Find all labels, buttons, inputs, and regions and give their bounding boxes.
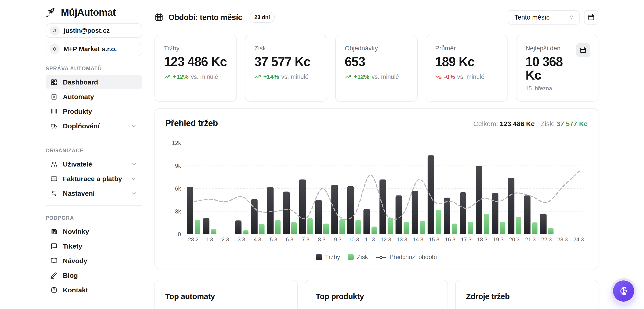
bar-zisk-14.3. <box>420 221 425 234</box>
sidebar-item-nastaveni[interactable]: Nastavení <box>46 186 142 201</box>
trending-up-icon <box>345 74 352 80</box>
bar-zisk-15.3. <box>436 210 441 234</box>
legend-item-predchozi: Předchozí období <box>376 254 437 261</box>
card-title: Top produkty <box>316 292 438 301</box>
y-axis-tick: 3k <box>175 208 181 215</box>
bar-zisk-10.3. <box>356 220 361 234</box>
bar-zisk-12.3. <box>388 218 393 234</box>
bar-zisk-13.3. <box>404 222 409 234</box>
main-header: Období: tento měsíc 23 dní Tento měsíc <box>154 10 598 25</box>
bar-zisk-28.2. <box>195 220 200 234</box>
best-day-date: 15. března <box>526 85 589 92</box>
y-axis-tick: 0 <box>178 231 181 237</box>
bar-zisk-11.3. <box>372 226 377 234</box>
sidebar-item-label: Tikety <box>63 242 137 250</box>
trend-suffix: vs. minulé <box>191 74 218 81</box>
sidebar-item-uzivatele[interactable]: Uživatelé <box>46 157 142 171</box>
bar-zisk-4.3. <box>259 224 264 234</box>
bottom-cards-row: Top automaty Top produkty Zdroje tržeb <box>154 280 598 309</box>
sidebar-item-novinky[interactable]: Novinky <box>46 224 142 239</box>
rocket-logo-icon <box>46 7 57 18</box>
sidebar-item-navody[interactable]: Návody <box>46 253 142 268</box>
bar-zisk-16.3. <box>452 224 457 234</box>
dashboard-grid-icon <box>50 79 58 86</box>
x-axis-tick: 17.3. <box>461 236 473 242</box>
sliders-icon <box>50 190 58 197</box>
best-day-calendar-chip <box>576 43 590 57</box>
trending-up-icon <box>254 74 261 80</box>
card-title: Zdroje tržeb <box>466 292 588 301</box>
ai-assistant-fab[interactable] <box>613 280 634 301</box>
revenue-chart-plot[interactable]: 03k6k9k12k28.2.1.3.2.3.3.3.4.3.5.3.6.3.7… <box>155 109 599 252</box>
trend-suffix: vs. minulé <box>281 74 308 81</box>
zdroje-trzeb-card: Zdroje tržeb <box>455 280 598 309</box>
sidebar-item-produkty[interactable]: Produkty <box>46 104 142 119</box>
x-axis-tick: 11.3. <box>365 236 376 242</box>
truck-icon <box>50 123 58 129</box>
stat-card-zisk: Zisk 37 577 Kc +14% vs. minulé <box>245 35 328 102</box>
bar-trzby-20.3. <box>508 178 514 234</box>
sidebar-item-doplnovani[interactable]: Doplňování <box>46 119 142 133</box>
bar-trzby-8.3. <box>315 200 322 234</box>
bar-trzby-10.3. <box>347 186 354 234</box>
bar-zisk-9.3. <box>340 219 345 234</box>
line-marker-icon <box>376 255 386 259</box>
sidebar-item-fakturace[interactable]: Fakturace a platby <box>46 171 142 186</box>
period-range-select[interactable]: Tento měsíc <box>508 10 580 25</box>
stat-label: Objednávky <box>345 45 408 52</box>
sidebar-item-blog[interactable]: Blog <box>46 268 142 283</box>
trend-percent: +12% <box>173 74 188 81</box>
bar-trzby-28.2. <box>187 187 193 234</box>
bar-trzby-4.3. <box>251 199 258 234</box>
bar-zisk-17.3. <box>468 222 473 234</box>
calendar-picker-button[interactable] <box>584 10 598 25</box>
x-axis-tick: 3.3. <box>238 236 246 242</box>
sidebar-item-kontakt[interactable]: Kontakt <box>46 283 142 297</box>
stat-card-objednavky: Objednávky 653 +12% vs. minulé <box>335 35 418 102</box>
legend-label: Zisk <box>357 254 368 261</box>
period-range-value: Tento měsíc <box>514 14 568 21</box>
sidebar-item-label: Automaty <box>63 93 137 101</box>
sidebar-item-dashboard[interactable]: Dashboard <box>46 75 142 89</box>
top-produkty-card: Top produkty <box>305 280 448 309</box>
sidebar-item-tikety[interactable]: Tikety <box>46 239 142 253</box>
stat-trend: -0% vs. minulé <box>435 74 499 81</box>
stat-label: Průměr <box>435 45 499 52</box>
header-controls: Tento měsíc <box>508 10 598 25</box>
period-header: Období: tento měsíc 23 dní <box>154 12 275 23</box>
stat-label: Zisk <box>254 45 318 52</box>
chevron-down-icon <box>130 175 137 182</box>
credit-card-icon <box>50 175 58 182</box>
x-axis-tick: 19.3. <box>493 236 505 242</box>
period-title: Období: tento měsíc <box>168 13 242 22</box>
bar-zisk-20.3. <box>516 217 522 234</box>
stat-value: 123 486 Kc <box>164 55 228 69</box>
bar-zisk-21.3. <box>532 222 538 234</box>
bar-zisk-19.3. <box>500 222 506 234</box>
x-axis-tick: 10.3. <box>348 236 360 242</box>
bar-trzby-21.3. <box>524 195 530 234</box>
barcode-icon <box>50 108 58 115</box>
book-open-icon <box>50 257 58 264</box>
x-axis-tick: 23.3. <box>557 236 569 242</box>
stat-value: 10 368 Kc <box>526 55 580 82</box>
stat-card-prumer: Průměr 189 Kc -0% vs. minulé <box>426 35 508 102</box>
y-axis-tick: 6k <box>175 185 181 192</box>
sidebar-divider <box>46 205 142 206</box>
user-avatar: J <box>50 26 60 36</box>
y-axis-tick: 9k <box>175 163 181 169</box>
user-account-card[interactable]: J justin@post.cz <box>46 23 142 38</box>
revenue-overview-card: Přehled tržeb Celkem:123 486 Kc Zisk:37 … <box>154 108 598 269</box>
section-label-podpora: PODPORA <box>46 215 142 221</box>
help-circle-icon <box>50 286 58 293</box>
trend-percent: +14% <box>264 74 279 81</box>
org-avatar: O <box>50 44 60 54</box>
section-label-sprava-automatu: SPRÁVA AUTOMATŮ <box>46 66 142 72</box>
stat-card-nejlepsi-den: Nejlepší den 10 368 Kc 15. března <box>516 35 598 102</box>
bar-zisk-22.3. <box>548 228 554 234</box>
sidebar-item-label: Uživatelé <box>63 160 125 168</box>
organization-card[interactable]: O M+P Market s.r.o. <box>46 42 142 56</box>
sidebar-item-automaty[interactable]: Automaty <box>46 89 142 104</box>
sidebar-item-label: Fakturace a platby <box>63 175 125 183</box>
user-email: justin@post.cz <box>64 27 110 34</box>
